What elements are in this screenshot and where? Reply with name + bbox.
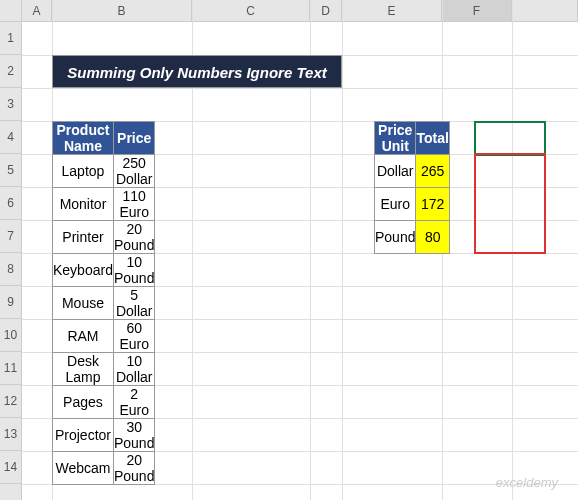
col-header-e[interactable]: E	[342, 0, 442, 21]
cell-price[interactable]: 110 Euro	[113, 188, 154, 221]
cell-price[interactable]: 20 Pound	[113, 452, 154, 485]
header-price[interactable]: Price	[113, 122, 154, 155]
gridline-v	[512, 0, 513, 500]
row-header-4[interactable]: 4	[0, 121, 21, 154]
row-header: 1234567891011121314	[0, 0, 22, 500]
table-row: Desk Lamp10 Dollar	[53, 353, 155, 386]
table-row: Pages2 Euro	[53, 386, 155, 419]
table-row: Printer20 Pound	[53, 221, 155, 254]
summary-table-body: Dollar265Euro172Pound80	[375, 155, 450, 254]
cell-product[interactable]: Monitor	[53, 188, 114, 221]
table-row: Euro172	[375, 188, 450, 221]
cell-price[interactable]: 250 Dollar	[113, 155, 154, 188]
row-header-3[interactable]: 3	[0, 88, 21, 121]
row-header-6[interactable]: 6	[0, 187, 21, 220]
table-row: Laptop250 Dollar	[53, 155, 155, 188]
col-header-a[interactable]: A	[22, 0, 52, 21]
row-header-12[interactable]: 12	[0, 385, 21, 418]
cell-price[interactable]: 10 Pound	[113, 254, 154, 287]
col-header: ABCDEF	[0, 0, 578, 22]
row-header-5[interactable]: 5	[0, 154, 21, 187]
row-header-1[interactable]: 1	[0, 22, 21, 55]
cell-product[interactable]: Pages	[53, 386, 114, 419]
row-header-10[interactable]: 10	[0, 319, 21, 352]
cell-total[interactable]: 80	[416, 221, 449, 254]
col-header-c[interactable]: C	[192, 0, 310, 21]
summary-table: Price Unit Total Dollar265Euro172Pound80	[374, 121, 450, 254]
cell-price[interactable]: 5 Dollar	[113, 287, 154, 320]
table-row: Monitor110 Euro	[53, 188, 155, 221]
col-header-d[interactable]: D	[310, 0, 342, 21]
cell-product[interactable]: Mouse	[53, 287, 114, 320]
cell-price[interactable]: 30 Pound	[113, 419, 154, 452]
select-all-corner[interactable]	[0, 0, 22, 22]
cell-price[interactable]: 10 Dollar	[113, 353, 154, 386]
table-row: Mouse5 Dollar	[53, 287, 155, 320]
table-row: Pound80	[375, 221, 450, 254]
cell-product[interactable]: Printer	[53, 221, 114, 254]
cell-product[interactable]: Laptop	[53, 155, 114, 188]
row-header-11[interactable]: 11	[0, 352, 21, 385]
cell-product[interactable]: Desk Lamp	[53, 353, 114, 386]
table-row: RAM60 Euro	[53, 320, 155, 353]
cell-price[interactable]: 20 Pound	[113, 221, 154, 254]
col-header-b[interactable]: B	[52, 0, 192, 21]
cell-unit[interactable]: Dollar	[375, 155, 416, 188]
row-header-2[interactable]: 2	[0, 55, 21, 88]
cell-unit[interactable]: Euro	[375, 188, 416, 221]
header-product-name[interactable]: Product Name	[53, 122, 114, 155]
cell-product[interactable]: Projector	[53, 419, 114, 452]
watermark: exceldemy	[496, 475, 558, 490]
cell-price[interactable]: 60 Euro	[113, 320, 154, 353]
cell-total[interactable]: 172	[416, 188, 449, 221]
row-header-13[interactable]: 13	[0, 418, 21, 451]
col-header-extra[interactable]	[512, 0, 578, 21]
table-row: Dollar265	[375, 155, 450, 188]
cell-total[interactable]: 265	[416, 155, 449, 188]
row-header-9[interactable]: 9	[0, 286, 21, 319]
cell-price[interactable]: 2 Euro	[113, 386, 154, 419]
header-total[interactable]: Total	[416, 122, 449, 155]
table-row: Webcam20 Pound	[53, 452, 155, 485]
title-cell[interactable]: Summing Only Numbers Ignore Text	[52, 55, 342, 88]
cell-product[interactable]: RAM	[53, 320, 114, 353]
cell-product[interactable]: Webcam	[53, 452, 114, 485]
table-row: Keyboard10 Pound	[53, 254, 155, 287]
row-header-8[interactable]: 8	[0, 253, 21, 286]
header-price-unit[interactable]: Price Unit	[375, 122, 416, 155]
row-header-7[interactable]: 7	[0, 220, 21, 253]
col-header-f[interactable]: F	[442, 0, 512, 21]
cell-unit[interactable]: Pound	[375, 221, 416, 254]
cell-product[interactable]: Keyboard	[53, 254, 114, 287]
row-header-14[interactable]: 14	[0, 451, 21, 484]
product-table: Product Name Price Laptop250 DollarMonit…	[52, 121, 155, 485]
gridline-v	[342, 0, 343, 500]
table-row: Projector30 Pound	[53, 419, 155, 452]
product-table-body: Laptop250 DollarMonitor110 EuroPrinter20…	[53, 155, 155, 485]
